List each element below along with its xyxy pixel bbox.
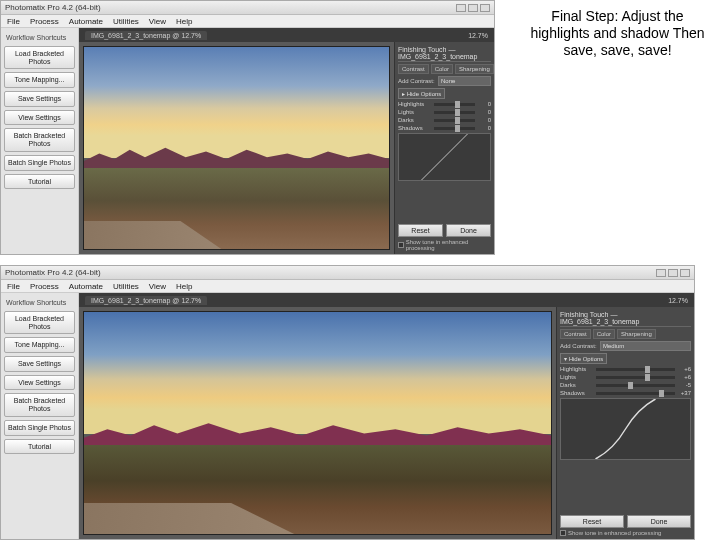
- menu-automate[interactable]: Automate: [69, 17, 103, 26]
- slider-value: 0: [477, 125, 491, 131]
- slider-shadows[interactable]: Shadows0: [398, 125, 491, 131]
- slider-value: 0: [477, 101, 491, 107]
- sidebar-batch-bracketed[interactable]: Batch Bracketed Photos: [4, 393, 75, 416]
- slider-value: -5: [677, 382, 691, 388]
- zoom-level: 12.7%: [468, 32, 488, 39]
- menu-utilities[interactable]: Utilities: [113, 282, 139, 291]
- slider-label: Highlights: [398, 101, 432, 107]
- slider-label: Shadows: [560, 390, 594, 396]
- tab-color[interactable]: Color: [593, 329, 615, 339]
- tab-sharpening[interactable]: Sharpening: [455, 64, 494, 74]
- sidebar: Workflow Shortcuts Load Bracketed Photos…: [1, 28, 79, 254]
- slider-label: Darks: [560, 382, 594, 388]
- sidebar-tutorial[interactable]: Tutorial: [4, 439, 75, 455]
- image-tabbar: IMG_6981_2_3_tonemap @ 12.7% 12.7%: [79, 293, 694, 307]
- menubar: File Process Automate Utilities View Hel…: [1, 15, 494, 28]
- menu-process[interactable]: Process: [30, 17, 59, 26]
- close-button[interactable]: [480, 4, 490, 12]
- sidebar-save-settings[interactable]: Save Settings: [4, 356, 75, 372]
- reset-button[interactable]: Reset: [398, 224, 443, 237]
- tab-contrast[interactable]: Contrast: [398, 64, 429, 74]
- sidebar-load-bracketed[interactable]: Load Bracketed Photos: [4, 311, 75, 334]
- checkbox-label: Show tone in enhanced processing: [568, 530, 661, 536]
- maximize-button[interactable]: [668, 269, 678, 277]
- slider-label: Highlights: [560, 366, 594, 372]
- sidebar-batch-single[interactable]: Batch Single Photos: [4, 420, 75, 436]
- slider-value: +6: [677, 374, 691, 380]
- image-tab[interactable]: IMG_6981_2_3_tonemap @ 12.7%: [85, 31, 207, 40]
- slider-value: +6: [677, 366, 691, 372]
- slider-shadows[interactable]: Shadows+37: [560, 390, 691, 396]
- sidebar-batch-single[interactable]: Batch Single Photos: [4, 155, 75, 171]
- canvas[interactable]: [79, 42, 394, 254]
- menu-file[interactable]: File: [7, 17, 20, 26]
- sidebar-tone-mapping[interactable]: Tone Mapping...: [4, 337, 75, 353]
- sidebar-save-settings[interactable]: Save Settings: [4, 91, 75, 107]
- svg-line-0: [422, 134, 468, 180]
- photo-preview: [83, 46, 390, 250]
- minimize-button[interactable]: [656, 269, 666, 277]
- slider-label: Darks: [398, 117, 432, 123]
- slider-value: 0: [477, 109, 491, 115]
- menu-view[interactable]: View: [149, 282, 166, 291]
- photo-preview: [83, 311, 552, 535]
- window-title: Photomatix Pro 4.2 (64-bit): [5, 268, 101, 277]
- slider-highlights[interactable]: Highlights0: [398, 101, 491, 107]
- slider-lights[interactable]: Lights0: [398, 109, 491, 115]
- slider-darks[interactable]: Darks0: [398, 117, 491, 123]
- curve-graph[interactable]: [560, 398, 691, 460]
- menu-file[interactable]: File: [7, 282, 20, 291]
- slider-label: Lights: [560, 374, 594, 380]
- sidebar-tone-mapping[interactable]: Tone Mapping...: [4, 72, 75, 88]
- slider-label: Lights: [398, 109, 432, 115]
- maximize-button[interactable]: [468, 4, 478, 12]
- menu-automate[interactable]: Automate: [69, 282, 103, 291]
- sidebar-view-settings[interactable]: View Settings: [4, 375, 75, 391]
- menu-help[interactable]: Help: [176, 282, 192, 291]
- menu-view[interactable]: View: [149, 17, 166, 26]
- slider-darks[interactable]: Darks-5: [560, 382, 691, 388]
- menu-utilities[interactable]: Utilities: [113, 17, 139, 26]
- hide-options-button[interactable]: ▸ Hide Options: [398, 88, 445, 99]
- tab-sharpening[interactable]: Sharpening: [617, 329, 656, 339]
- tab-color[interactable]: Color: [431, 64, 453, 74]
- checkbox-label: Show tone in enhanced processing: [406, 239, 491, 251]
- slider-lights[interactable]: Lights+6: [560, 374, 691, 380]
- panel-title: Finishing Touch — IMG_6981_2_3_tonemap: [398, 45, 491, 62]
- tab-contrast[interactable]: Contrast: [560, 329, 591, 339]
- sidebar-batch-bracketed[interactable]: Batch Bracketed Photos: [4, 128, 75, 151]
- annotation-text: Final Step: Adjust the highlights and sh…: [525, 8, 710, 58]
- adjustment-panel: Finishing Touch — IMG_6981_2_3_tonemap C…: [556, 307, 694, 539]
- image-tab[interactable]: IMG_6981_2_3_tonemap @ 12.7%: [85, 296, 207, 305]
- hide-options-button[interactable]: ▾ Hide Options: [560, 353, 607, 364]
- contrast-select[interactable]: None: [438, 76, 491, 86]
- menubar: File Process Automate Utilities View Hel…: [1, 280, 694, 293]
- slider-value: +37: [677, 390, 691, 396]
- sidebar-view-settings[interactable]: View Settings: [4, 110, 75, 126]
- titlebar[interactable]: Photomatix Pro 4.2 (64-bit): [1, 1, 494, 15]
- app-window-top: Photomatix Pro 4.2 (64-bit) File Process…: [0, 0, 495, 255]
- preview-checkbox[interactable]: Show tone in enhanced processing: [398, 239, 491, 251]
- sidebar-tutorial[interactable]: Tutorial: [4, 174, 75, 190]
- preview-checkbox[interactable]: Show tone in enhanced processing: [560, 530, 691, 536]
- canvas[interactable]: [79, 307, 556, 539]
- titlebar[interactable]: Photomatix Pro 4.2 (64-bit): [1, 266, 694, 280]
- reset-button[interactable]: Reset: [560, 515, 624, 528]
- slider-value: 0: [477, 117, 491, 123]
- zoom-level: 12.7%: [668, 297, 688, 304]
- contrast-label: Add Contrast:: [560, 343, 598, 349]
- menu-help[interactable]: Help: [176, 17, 192, 26]
- close-button[interactable]: [680, 269, 690, 277]
- menu-process[interactable]: Process: [30, 282, 59, 291]
- slider-label: Shadows: [398, 125, 432, 131]
- image-tabbar: IMG_6981_2_3_tonemap @ 12.7% 12.7%: [79, 28, 494, 42]
- sidebar-header: Workflow Shortcuts: [4, 32, 75, 43]
- sidebar-load-bracketed[interactable]: Load Bracketed Photos: [4, 46, 75, 69]
- slider-highlights[interactable]: Highlights+6: [560, 366, 691, 372]
- done-button[interactable]: Done: [446, 224, 491, 237]
- done-button[interactable]: Done: [627, 515, 691, 528]
- contrast-select[interactable]: Medium: [600, 341, 691, 351]
- curve-graph[interactable]: [398, 133, 491, 181]
- app-window-bottom: Photomatix Pro 4.2 (64-bit) File Process…: [0, 265, 695, 540]
- minimize-button[interactable]: [456, 4, 466, 12]
